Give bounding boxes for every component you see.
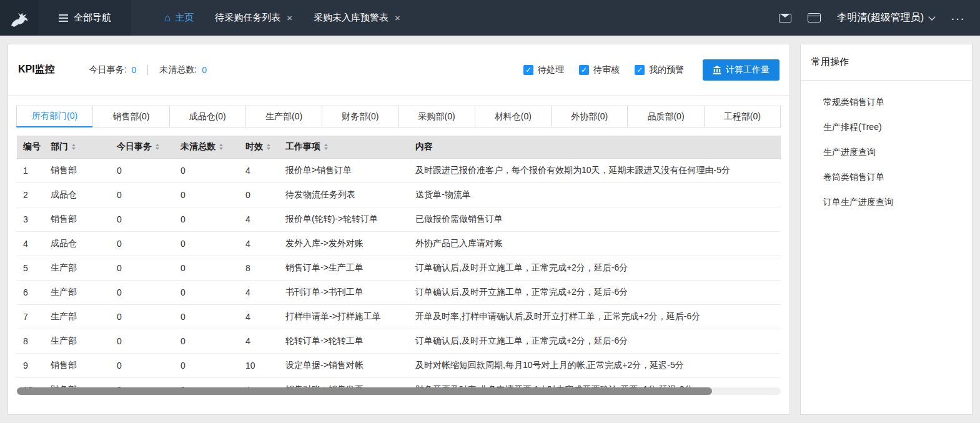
cell-unclear: 0 bbox=[174, 336, 239, 346]
table-row[interactable]: 7 生产部 0 0 4 打样申请单->打样施工单 开单及时率,打样申请确认后,及… bbox=[17, 305, 781, 329]
filter-checkbox[interactable]: ✓ 我的预警 bbox=[635, 64, 684, 76]
cell-task: 待发物流任务列表 bbox=[279, 189, 409, 201]
table-row[interactable]: 1 销售部 0 0 4 报价单>销售订单 及时跟进已报价准客户，每个报价有效期为… bbox=[17, 159, 781, 183]
all-navigation-button[interactable]: 全部导航 bbox=[39, 0, 131, 36]
page-tab[interactable]: ⌂ 主页 × bbox=[154, 0, 204, 36]
cell-content: 外协产品已入库请对账 bbox=[409, 238, 781, 249]
department-tab[interactable]: 成品仓(0) bbox=[169, 106, 246, 127]
page-tab[interactable]: ⌂ 采购未入库预警表 × bbox=[303, 0, 411, 36]
column-header-dept[interactable]: 部门 bbox=[51, 141, 76, 152]
cell-age: 4 bbox=[239, 166, 279, 176]
department-tab[interactable]: 外协部(0) bbox=[551, 106, 628, 127]
filter-checkbox[interactable]: ✓ 待审核 bbox=[579, 64, 620, 76]
table-header-row: 编号 部门 今日事务 未清总数 时效 工作事项 内容 bbox=[17, 136, 781, 159]
table-row[interactable]: 6 生产部 0 0 4 书刊订单->书刊工单 订单确认后,及时开立施工单，正常完… bbox=[17, 281, 781, 305]
cell-today: 0 bbox=[111, 239, 174, 249]
calculate-workload-button[interactable]: 计算工作量 bbox=[703, 59, 780, 81]
department-tab[interactable]: 采购部(0) bbox=[398, 106, 475, 127]
common-operations-title: 常用操作 bbox=[801, 44, 972, 81]
cell-no: 2 bbox=[17, 190, 44, 200]
table-row[interactable]: 4 成品仓 0 0 4 发外入库->发外对账 外协产品已入库请对账 bbox=[17, 232, 781, 256]
cell-task: 发外入库->发外对账 bbox=[279, 238, 409, 249]
cell-dept: 生产部 bbox=[44, 311, 111, 322]
mail-icon[interactable] bbox=[779, 14, 791, 22]
more-icon[interactable]: ··· bbox=[951, 15, 965, 21]
column-header-task[interactable]: 工作事项 bbox=[285, 141, 328, 152]
common-operations-list: 常规类销售订单生产排程(Tree)生产进度查询卷筒类销售订单订单生产进度查询 bbox=[801, 81, 972, 214]
table-row[interactable]: 5 生产部 0 0 8 销售订单->生产工单 订单确认后,及时开立施工单，正常完… bbox=[17, 256, 781, 281]
cell-today: 0 bbox=[111, 190, 174, 200]
page-tab[interactable]: ⌂ 待采购任务列表 × bbox=[204, 0, 303, 36]
table-row[interactable]: 9 销售部 0 0 10 设定单据->销售对帐 及时对帐缩短回款周期,每月10号… bbox=[17, 354, 781, 378]
department-tab[interactable]: 工程部(0) bbox=[704, 106, 781, 127]
cell-content: 开单及时率,打样申请确认后,及时开立打样工单，正常完成+2分，延后-6分 bbox=[409, 311, 781, 322]
column-header-content[interactable]: 内容 bbox=[415, 141, 433, 152]
cell-content: 订单确认后,及时开立施工单，正常完成+2分，延后-6分 bbox=[409, 287, 781, 298]
checkbox-icon[interactable]: ✓ bbox=[523, 65, 533, 75]
operation-link[interactable]: 常规类销售订单 bbox=[823, 89, 972, 114]
app-logo[interactable] bbox=[0, 0, 39, 36]
cell-today: 0 bbox=[111, 312, 174, 322]
operation-link[interactable]: 订单生产进度查询 bbox=[823, 189, 972, 214]
scrollbar-thumb[interactable] bbox=[17, 387, 712, 395]
checkbox-icon[interactable]: ✓ bbox=[635, 65, 645, 75]
cell-today: 0 bbox=[111, 263, 174, 273]
cell-content: 订单确认后,及时开立施工单，正常完成+2分，延后-6分 bbox=[409, 336, 781, 347]
cell-no: 7 bbox=[17, 312, 44, 322]
table-row[interactable]: 3 销售部 0 0 4 报价单(轮转)->轮转订单 已做报价需做销售订单 bbox=[17, 207, 781, 232]
table-row[interactable]: 8 生产部 0 0 4 轮转订单->轮转工单 订单确认后,及时开立施工单，正常完… bbox=[17, 329, 781, 354]
cell-dept: 销售部 bbox=[44, 360, 111, 371]
column-header-no[interactable]: 编号 bbox=[23, 141, 44, 152]
cell-dept: 销售部 bbox=[44, 214, 111, 225]
horizontal-scrollbar[interactable] bbox=[17, 387, 781, 395]
cell-task: 轮转订单->轮转工单 bbox=[279, 336, 409, 347]
cell-age: 4 bbox=[239, 336, 279, 346]
today-stat: 今日事务: 0 bbox=[89, 64, 137, 76]
table-row[interactable]: 10 财务部 0 0 4 销售对账->销售发票 财务开票及时率,业务申请开票,1… bbox=[17, 378, 781, 387]
cell-today: 0 bbox=[111, 214, 174, 224]
department-tab-label: 品质部(0) bbox=[647, 111, 684, 121]
operation-link[interactable]: 生产排程(Tree) bbox=[823, 114, 972, 139]
filter-checkbox[interactable]: ✓ 待处理 bbox=[523, 64, 564, 76]
department-tab[interactable]: 生产部(0) bbox=[245, 106, 322, 127]
checkbox-icon[interactable]: ✓ bbox=[579, 65, 589, 75]
outstanding-stat-value: 0 bbox=[202, 65, 207, 75]
sort-icon bbox=[324, 144, 328, 150]
column-header-today[interactable]: 今日事务 bbox=[117, 141, 159, 152]
kpi-monitor-card: KPI监控 今日事务: 0 未清总数: 0 ✓ 待处理 ✓ bbox=[7, 44, 790, 415]
department-tab[interactable]: 材料仓(0) bbox=[475, 106, 552, 127]
department-tab[interactable]: 财务部(0) bbox=[322, 106, 398, 127]
department-tab-label: 所有部门(0) bbox=[32, 111, 77, 121]
cell-unclear: 0 bbox=[174, 214, 239, 224]
page-tab-label: 采购未入库预警表 bbox=[314, 12, 389, 24]
department-tab[interactable]: 销售部(0) bbox=[92, 106, 169, 127]
column-header-unclear[interactable]: 未清总数 bbox=[181, 141, 223, 152]
table-row[interactable]: 2 成品仓 0 0 0 待发物流任务列表 送货单-物流单 bbox=[17, 183, 781, 207]
user-menu[interactable]: 李明清(超级管理员) bbox=[837, 11, 934, 24]
cell-today: 0 bbox=[111, 166, 174, 176]
cell-no: 3 bbox=[17, 214, 44, 224]
column-header-age[interactable]: 时效 bbox=[245, 141, 270, 152]
cell-no: 5 bbox=[17, 263, 44, 273]
cell-no: 9 bbox=[17, 361, 44, 371]
cell-unclear: 0 bbox=[174, 239, 239, 249]
user-name: 李明清(超级管理员) bbox=[837, 11, 924, 24]
outstanding-stat: 未清总数: 0 bbox=[159, 64, 207, 76]
department-tab-label: 工程部(0) bbox=[724, 111, 761, 121]
operation-link[interactable]: 卷筒类销售订单 bbox=[823, 164, 972, 189]
table-body: 1 销售部 0 0 4 报价单>销售订单 及时跟进已报价准客户，每个报价有效期为… bbox=[17, 159, 781, 387]
close-icon[interactable]: × bbox=[395, 12, 400, 23]
department-tab-label: 销售部(0) bbox=[112, 111, 149, 121]
department-tab[interactable]: 品质部(0) bbox=[627, 106, 704, 127]
cell-unclear: 0 bbox=[174, 190, 239, 200]
operation-link[interactable]: 生产进度查询 bbox=[823, 139, 972, 164]
department-tab[interactable]: 所有部门(0) bbox=[16, 106, 93, 127]
today-stat-label: 今日事务: bbox=[89, 64, 127, 76]
stat-divider bbox=[147, 65, 148, 75]
top-navbar: 全部导航 ⌂ 主页 × ⌂ 待采购任务列表 × ⌂ 采购未入库预警表 × 李明清… bbox=[0, 0, 980, 36]
workbench-icon[interactable] bbox=[808, 13, 821, 22]
cell-dept: 销售部 bbox=[44, 165, 111, 176]
cell-today: 0 bbox=[111, 361, 174, 371]
today-stat-value: 0 bbox=[132, 65, 137, 75]
close-icon[interactable]: × bbox=[287, 12, 292, 23]
